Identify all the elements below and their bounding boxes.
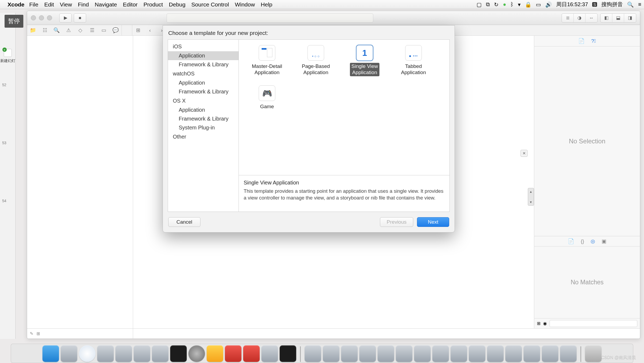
- template-game[interactable]: 🎮 Game: [243, 84, 291, 124]
- traffic-min[interactable]: [39, 15, 44, 20]
- library-grid-icon[interactable]: ⊞: [537, 321, 540, 326]
- toggle-navigator-icon[interactable]: ◧: [601, 14, 612, 22]
- quickhelp-inspector-icon[interactable]: ?⃝: [591, 38, 596, 44]
- close-editor-button[interactable]: ✕: [521, 150, 528, 157]
- jump-grid-icon[interactable]: ⊞: [132, 25, 144, 36]
- dock-app-4[interactable]: [225, 345, 241, 362]
- library-filter-icon[interactable]: ◉: [543, 321, 547, 326]
- dock-min-9[interactable]: [469, 345, 485, 362]
- dock-min-11[interactable]: [505, 345, 522, 362]
- template-single-view[interactable]: 1 Single View Application: [340, 43, 389, 84]
- sidebar-item-watchos-application[interactable]: Application: [168, 78, 239, 87]
- clock-text[interactable]: 周日16:52:37: [556, 1, 588, 8]
- media-library-icon[interactable]: ▣: [602, 238, 606, 244]
- toggle-debug-icon[interactable]: ⬓: [612, 14, 624, 22]
- filter-grid-icon[interactable]: ⊞: [36, 331, 40, 336]
- dock-min-5[interactable]: [396, 345, 412, 362]
- sync-icon[interactable]: ↻: [494, 1, 499, 8]
- dock-sketch[interactable]: [207, 345, 223, 362]
- wifi-icon[interactable]: ▾: [518, 1, 521, 8]
- traffic-close[interactable]: [31, 15, 36, 20]
- tablet-icon[interactable]: ▢: [477, 1, 482, 8]
- template-master-detail[interactable]: Master-Detail Application: [243, 43, 291, 84]
- symbol-navigator-icon[interactable]: ☷: [39, 25, 51, 36]
- sidebar-item-watchos-framework[interactable]: Framework & Library: [168, 87, 239, 96]
- dock-app-6[interactable]: [261, 345, 278, 362]
- dock-min-1[interactable]: [323, 345, 339, 362]
- issue-navigator-icon[interactable]: ⚠: [63, 25, 74, 36]
- menu-sourcecontrol[interactable]: Source Control: [191, 1, 229, 8]
- standard-editor-icon[interactable]: ≣: [562, 14, 574, 22]
- dock-min-10[interactable]: [487, 345, 504, 362]
- traffic-zoom[interactable]: [47, 15, 52, 20]
- status-dot-icon[interactable]: ●: [503, 1, 506, 8]
- file-templates-icon[interactable]: 📄: [568, 238, 574, 244]
- menu-help[interactable]: Help: [261, 1, 272, 8]
- project-navigator-icon[interactable]: 📁: [27, 25, 39, 36]
- menu-product[interactable]: Product: [144, 1, 163, 8]
- sidebar-item-ios-framework[interactable]: Framework & Library: [168, 60, 239, 69]
- dock-min-13[interactable]: [542, 345, 558, 362]
- back-icon[interactable]: ‹: [144, 25, 156, 36]
- dock-min-7[interactable]: [432, 345, 449, 362]
- dock-app-7[interactable]: [280, 345, 296, 362]
- dock-min-12[interactable]: [524, 345, 540, 362]
- test-navigator-icon[interactable]: ◇: [74, 25, 86, 36]
- object-library-icon[interactable]: ◎: [591, 238, 595, 244]
- assistant-editor-icon[interactable]: ◑: [574, 14, 586, 22]
- version-editor-icon[interactable]: ↔: [586, 14, 597, 22]
- scroll-indicator[interactable]: ▴▾: [528, 188, 534, 206]
- dock-finder[interactable]: [42, 345, 59, 362]
- menu-navigate[interactable]: Navigate: [95, 1, 117, 8]
- file-inspector-icon[interactable]: 📄: [578, 38, 585, 44]
- stop-button[interactable]: ■: [74, 13, 86, 23]
- dock-min-3[interactable]: [359, 345, 376, 362]
- sidebar-item-osx-plugin[interactable]: System Plug-in: [168, 123, 239, 132]
- dock-terminal[interactable]: [170, 345, 187, 362]
- menu-edit[interactable]: Edit: [44, 1, 54, 8]
- run-button[interactable]: ▶: [59, 13, 72, 23]
- debug-navigator-icon[interactable]: ☰: [86, 25, 98, 36]
- displays-icon[interactable]: ⧉: [486, 1, 490, 8]
- dock-mouse[interactable]: [97, 345, 114, 362]
- breakpoint-navigator-icon[interactable]: ▭: [98, 25, 110, 36]
- volume-icon[interactable]: 🔊: [545, 1, 552, 8]
- dock-safari[interactable]: [79, 345, 96, 362]
- app-name[interactable]: Xcode: [8, 1, 24, 8]
- sidebar-item-osx-framework[interactable]: Framework & Library: [168, 114, 239, 123]
- template-page-based[interactable]: Page-Based Application: [291, 43, 340, 84]
- dock-sysprefs[interactable]: [188, 345, 205, 362]
- ime-badge[interactable]: S: [592, 2, 597, 7]
- next-button[interactable]: Next: [417, 217, 449, 227]
- dock-min-8[interactable]: [451, 345, 467, 362]
- menu-debug[interactable]: Debug: [169, 1, 185, 8]
- spotlight-icon[interactable]: 🔍: [627, 1, 634, 8]
- video-pause-overlay[interactable]: 暂停: [5, 15, 23, 28]
- filter-list-icon[interactable]: ✎: [30, 331, 33, 336]
- dock-app-5[interactable]: [243, 345, 260, 362]
- menu-find[interactable]: Find: [78, 1, 89, 8]
- dock-launchpad[interactable]: [61, 345, 77, 362]
- code-snippets-icon[interactable]: {}: [581, 238, 584, 244]
- menu-window[interactable]: Window: [235, 1, 255, 8]
- dock-trash[interactable]: [585, 345, 602, 362]
- previous-button[interactable]: Previous: [380, 217, 413, 227]
- notification-center-icon[interactable]: ≡: [638, 1, 641, 8]
- dock-min-6[interactable]: [414, 345, 431, 362]
- ime-name[interactable]: 搜狗拼音: [601, 1, 623, 8]
- dock-min-2[interactable]: [341, 345, 358, 362]
- cancel-button[interactable]: Cancel: [168, 217, 200, 227]
- dock-app-8[interactable]: [305, 345, 321, 362]
- battery-icon[interactable]: ▭: [536, 1, 541, 8]
- lock-icon[interactable]: 🔒: [525, 1, 532, 8]
- dock-min-14[interactable]: [560, 345, 577, 362]
- dock-min-4[interactable]: [378, 345, 394, 362]
- toggle-inspector-icon[interactable]: ◨: [624, 14, 636, 22]
- report-navigator-icon[interactable]: 💬: [110, 25, 122, 36]
- dock-app-1[interactable]: [115, 345, 132, 362]
- bluetooth-icon[interactable]: ᛒ: [510, 1, 514, 8]
- menu-file[interactable]: File: [29, 1, 38, 8]
- menu-editor[interactable]: Editor: [123, 1, 138, 8]
- template-tabbed[interactable]: Tabbed Application: [389, 43, 438, 84]
- find-navigator-icon[interactable]: 🔍: [51, 25, 63, 36]
